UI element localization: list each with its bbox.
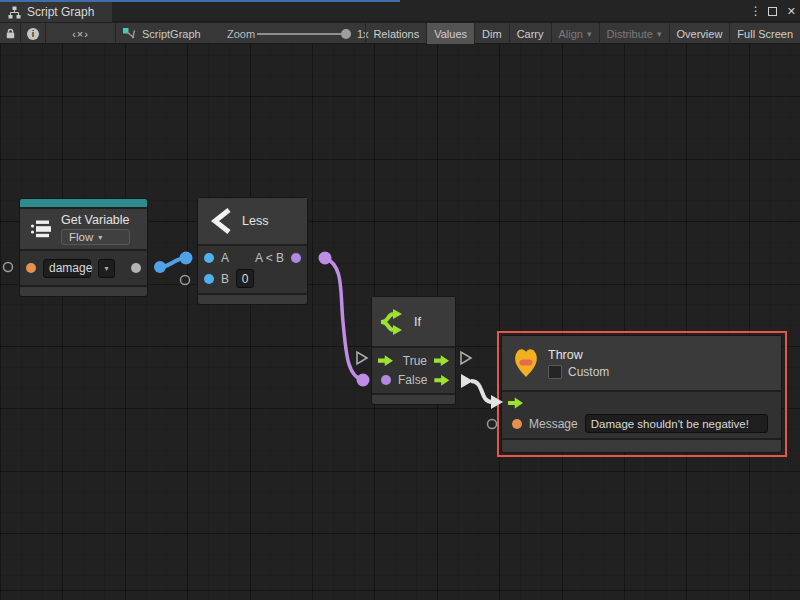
error-shield-icon	[512, 346, 540, 380]
less-title: Less	[242, 214, 268, 228]
node-less[interactable]: Less A A < B B 0	[197, 197, 308, 305]
tab-bar: Script Graph ⋮ ✕	[0, 0, 800, 22]
tab-script-graph[interactable]: Script Graph	[0, 2, 112, 22]
if-flow-input-port[interactable]	[378, 355, 393, 367]
if-row-true: True	[372, 354, 455, 368]
breadcrumb[interactable]: ScriptGraph	[122, 23, 201, 44]
custom-checkbox[interactable]	[548, 365, 562, 379]
variable-value-output-port[interactable]	[131, 263, 141, 273]
less-output-port[interactable]	[291, 253, 301, 263]
node-if[interactable]: If True False	[371, 296, 456, 405]
less-output-label: A < B	[255, 251, 284, 265]
zoom-slider[interactable]	[257, 33, 349, 35]
throw-row-flow	[502, 397, 781, 409]
variable-kind-strip	[20, 199, 147, 207]
get-variable-title: Get Variable	[61, 213, 130, 227]
values-button[interactable]: Values	[426, 23, 474, 44]
throw-footer	[502, 440, 781, 452]
less-header: Less	[198, 198, 307, 244]
get-variable-header: Get Variable Flow	[20, 209, 147, 249]
if-body: True False	[372, 348, 455, 393]
less-row-b: B 0	[198, 269, 307, 288]
if-header: If	[372, 297, 455, 346]
variable-scope-dropdown[interactable]: Flow	[61, 229, 130, 245]
if-condition-port[interactable]	[381, 375, 391, 385]
breadcrumb-label: ScriptGraph	[142, 28, 201, 40]
window-controls: ⋮ ✕	[750, 0, 796, 22]
relations-button[interactable]: Relations	[365, 23, 426, 44]
node-throw[interactable]: Throw Custom Message Damage shouldn't be…	[501, 335, 782, 453]
if-true-output-port[interactable]	[434, 355, 449, 367]
align-dropdown[interactable]: Align	[551, 23, 599, 44]
node-get-variable[interactable]: Get Variable Flow damage ▾	[19, 198, 148, 297]
less-input-b-label: B	[221, 272, 229, 286]
less-body: A A < B B 0	[198, 246, 307, 293]
if-footer	[372, 395, 455, 404]
if-true-label: True	[403, 354, 427, 368]
info-button[interactable]: i	[21, 23, 45, 44]
variable-name-field[interactable]: damage	[43, 259, 91, 278]
carry-button[interactable]: Carry	[509, 23, 551, 44]
view-buttons: Relations Values Dim Carry Align Distrib…	[365, 23, 800, 44]
window-menu-icon[interactable]: ⋮	[750, 4, 758, 18]
overview-button[interactable]: Overview	[669, 23, 730, 44]
lock-icon	[4, 27, 17, 40]
throw-row-message: Message Damage shouldn't be negative!	[502, 414, 781, 433]
if-false-output-port[interactable]	[434, 374, 449, 386]
zoom-slider-handle[interactable]	[341, 29, 351, 39]
if-false-label: False	[398, 373, 427, 387]
throw-body: Message Damage shouldn't be negative!	[502, 392, 781, 438]
graph-toolbar: i ‹×› ScriptGraph Zoom 1x Relations Valu…	[0, 23, 800, 44]
branch-icon	[380, 307, 406, 337]
less-than-icon	[208, 206, 234, 236]
variable-name-dropdown-icon[interactable]: ▾	[98, 259, 115, 278]
get-variable-footer	[20, 287, 147, 296]
throw-message-field[interactable]: Damage shouldn't be negative!	[585, 414, 768, 433]
variable-icon	[30, 218, 53, 240]
graph-tab-icon	[8, 6, 21, 19]
less-row-a: A A < B	[198, 251, 307, 265]
dim-button[interactable]: Dim	[474, 23, 509, 44]
lock-button[interactable]	[0, 23, 20, 44]
maximize-icon[interactable]	[768, 7, 777, 16]
throw-title: Throw	[548, 348, 609, 362]
tab-title: Script Graph	[27, 5, 94, 19]
info-icon: i	[27, 28, 39, 40]
throw-message-port[interactable]	[512, 419, 522, 429]
custom-label: Custom	[568, 365, 609, 379]
code-preview-button[interactable]: ‹×›	[46, 23, 115, 44]
less-input-a-port[interactable]	[204, 253, 214, 263]
less-input-b-field[interactable]: 0	[236, 269, 254, 288]
less-input-a-label: A	[221, 251, 229, 265]
full-screen-button[interactable]: Full Screen	[729, 23, 800, 44]
script-graph-window: Script Graph ⋮ ✕ i ‹×›	[0, 0, 800, 600]
if-row-false: False	[372, 373, 455, 387]
throw-message-label: Message	[529, 417, 578, 431]
zoom-label: Zoom	[227, 23, 255, 44]
distribute-dropdown[interactable]: Distribute	[599, 23, 669, 44]
variable-name-port[interactable]	[26, 263, 36, 273]
script-graph-asset-icon	[122, 27, 137, 40]
close-icon[interactable]: ✕	[787, 5, 796, 18]
code-icon: ‹×›	[72, 28, 89, 40]
if-title: If	[414, 315, 421, 329]
less-input-b-port[interactable]	[204, 274, 214, 284]
get-variable-body: damage ▾	[20, 251, 147, 285]
throw-flow-input-port[interactable]	[508, 397, 523, 409]
throw-header: Throw Custom	[502, 336, 781, 390]
less-footer	[198, 295, 307, 304]
